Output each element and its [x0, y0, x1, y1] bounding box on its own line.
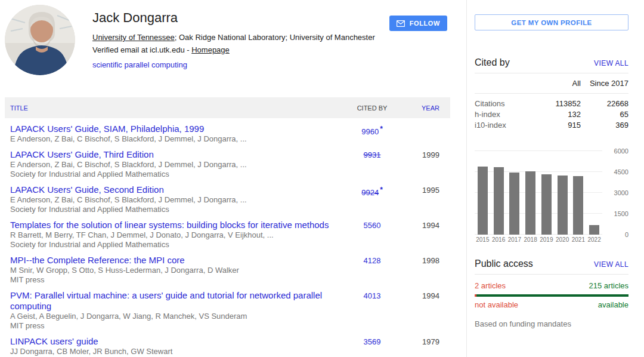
publication-year: 1994 [399, 220, 450, 230]
citation-year-bar[interactable] [541, 174, 552, 235]
cited-by-section: Cited by VIEW ALL All Since 2017 Citatio… [475, 57, 628, 243]
citation-year-bar[interactable] [558, 176, 568, 235]
publication-authors: R Barrett, M Berry, TF Chan, J Demmel, J… [10, 230, 345, 240]
cited-by-count-link[interactable]: 5560 [364, 221, 381, 230]
cited-by-header: Cited by VIEW ALL [475, 57, 628, 73]
cited-by-title: Cited by [475, 57, 510, 68]
publication-info: LAPACK Users' Guide, SIAM, Philadelphia,… [5, 124, 345, 144]
sort-by-citations[interactable]: CITED BY [345, 104, 399, 112]
publication-venue: Society for Industrial and Applied Mathe… [10, 240, 345, 250]
cited-by-view-all-link[interactable]: VIEW ALL [594, 59, 628, 67]
publication-row: Templates for the solution of linear sys… [5, 214, 450, 250]
stats-value-all: 915 [538, 120, 581, 130]
publication-row: LAPACK Users' Guide, Third Edition E And… [5, 144, 450, 179]
publication-authors: M Snir, W Gropp, S Otto, S Huss-Lederman… [10, 266, 345, 275]
publication-authors: E Anderson, Z Bai, C Bischof, S Blackfor… [10, 160, 345, 170]
cited-by-count-link[interactable]: 9931 [364, 150, 381, 159]
publication-info: LINPACK users' guide JJ Dongarra, CB Mol… [5, 336, 345, 357]
publication-title-link[interactable]: LAPACK Users' Guide, Second Edition [10, 184, 345, 195]
publication-year: 1979 [399, 336, 450, 346]
follow-button[interactable]: FOLLOW [389, 16, 447, 31]
stats-col-all: All [538, 78, 581, 88]
publication-cited-by: 9960* [345, 124, 399, 136]
chart-bar-column [475, 151, 491, 235]
chart-x-tick-label: 2021 [571, 236, 587, 243]
publication-venue: Society for Industrial and Applied Mathe… [10, 205, 345, 214]
publication-title-link[interactable]: MPI--the Complete Reference: the MPI cor… [10, 255, 345, 266]
chart-x-tick-label: 2020 [555, 236, 571, 243]
sort-by-year[interactable]: YEAR [399, 104, 450, 112]
publication-title-link[interactable]: LAPACK Users' Guide, Third Edition [10, 149, 345, 160]
chart-plot: 20152016201720182019202020212022 [475, 151, 602, 243]
chart-bar-column [571, 151, 587, 235]
publication-cited-by: 4128 [345, 255, 399, 265]
publication-info: MPI--the Complete Reference: the MPI cor… [5, 255, 345, 285]
chart-x-tick-label: 2015 [475, 236, 491, 243]
publication-authors: E Anderson, Z Bai, C Bischof, S Blackfor… [10, 195, 345, 205]
citation-year-bar[interactable] [525, 171, 535, 235]
follow-label: FOLLOW [410, 20, 440, 27]
publication-title-link[interactable]: Templates for the solution of linear sys… [10, 220, 345, 230]
chart-bar-column [538, 151, 555, 235]
cited-by-count-link[interactable]: 4013 [364, 291, 381, 300]
chart-year-labels: 20152016201720182019202020212022 [475, 236, 602, 243]
cited-by-count-link[interactable]: 9924 [361, 188, 379, 197]
citation-year-bar[interactable] [589, 225, 599, 235]
public-access-labels: not available available [475, 300, 628, 309]
publication-row: LINPACK users' guide JJ Dongarra, CB Mol… [5, 331, 450, 357]
citation-year-bar[interactable] [478, 167, 488, 235]
interest-link[interactable]: scientific parallel computing [92, 60, 187, 69]
scholar-profile-page: Jack Dongarra University of Tennessee; O… [0, 0, 644, 357]
stats-col-since: Since 2017 [581, 78, 628, 88]
cited-by-count-link[interactable]: 4128 [364, 256, 381, 265]
stats-rows: Citations11385222668h-index13265i10-inde… [475, 94, 628, 130]
stats-metric-label: i10-index [475, 120, 538, 130]
not-available-label: not available [475, 300, 518, 309]
not-available-count-link[interactable]: 2 articles [475, 281, 506, 290]
affiliation-link[interactable]: University of Tennessee [92, 33, 175, 42]
stats-row: Citations11385222668 [475, 99, 628, 109]
public-access-title: Public access [475, 258, 533, 269]
publication-year: 1999 [399, 149, 450, 159]
citations-chart: 20152016201720182019202020212022 0150030… [475, 151, 628, 243]
chart-bar-column [586, 151, 602, 235]
citation-year-bar[interactable] [509, 173, 519, 235]
profile-name: Jack Dongarra [92, 10, 375, 26]
available-count-link[interactable]: 215 articles [589, 281, 628, 290]
sort-by-title[interactable]: TITLE [5, 104, 345, 112]
publication-title-link[interactable]: PVM: Parallel virtual machine: a users' … [10, 290, 345, 312]
chart-x-tick-label: 2018 [522, 236, 538, 243]
chart-y-tick-label: 3000 [614, 189, 628, 196]
publications-list: LAPACK Users' Guide, SIAM, Philadelphia,… [5, 118, 450, 357]
publication-year: 1995 [399, 184, 450, 195]
cited-by-count-link[interactable]: 3569 [364, 337, 381, 346]
get-my-own-profile-button[interactable]: GET MY OWN PROFILE [475, 14, 628, 30]
funding-mandates-note: Based on funding mandates [475, 319, 628, 328]
citation-year-bar[interactable] [573, 176, 583, 235]
public-access-section: Public access VIEW ALL 2 articles 215 ar… [475, 258, 628, 328]
stats-value-all: 113852 [538, 99, 581, 109]
merged-citation-asterisk: * [380, 186, 383, 194]
publication-info: Templates for the solution of linear sys… [5, 220, 345, 250]
publication-info: LAPACK Users' Guide, Second Edition E An… [5, 184, 345, 214]
homepage-link[interactable]: Homepage [191, 45, 230, 54]
chart-y-axis-labels: 01500300045006000 [602, 151, 628, 235]
public-access-view-all-link[interactable]: VIEW ALL [594, 260, 628, 269]
cited-by-count-link[interactable]: 9960 [361, 127, 379, 136]
publication-year: 1994 [399, 290, 450, 300]
chart-area [475, 151, 602, 235]
stats-value-all: 132 [538, 109, 581, 119]
publication-title-link[interactable]: LAPACK Users' Guide, SIAM, Philadelphia,… [10, 124, 345, 134]
chart-y-tick-label: 6000 [614, 147, 628, 155]
publication-venue: MIT press [10, 321, 345, 331]
publication-row: PVM: Parallel virtual machine: a users' … [5, 285, 450, 331]
publication-year: 1998 [399, 255, 450, 265]
merged-citation-asterisk: * [380, 125, 383, 133]
publication-title-link[interactable]: LINPACK users' guide [10, 336, 345, 347]
avatar[interactable] [5, 5, 75, 75]
citation-year-bar[interactable] [494, 167, 504, 235]
chart-y-tick-label: 1500 [614, 210, 628, 217]
publication-cited-by: 4013 [345, 290, 399, 300]
publication-cited-by: 9924* [345, 184, 399, 197]
available-label: available [598, 300, 628, 309]
